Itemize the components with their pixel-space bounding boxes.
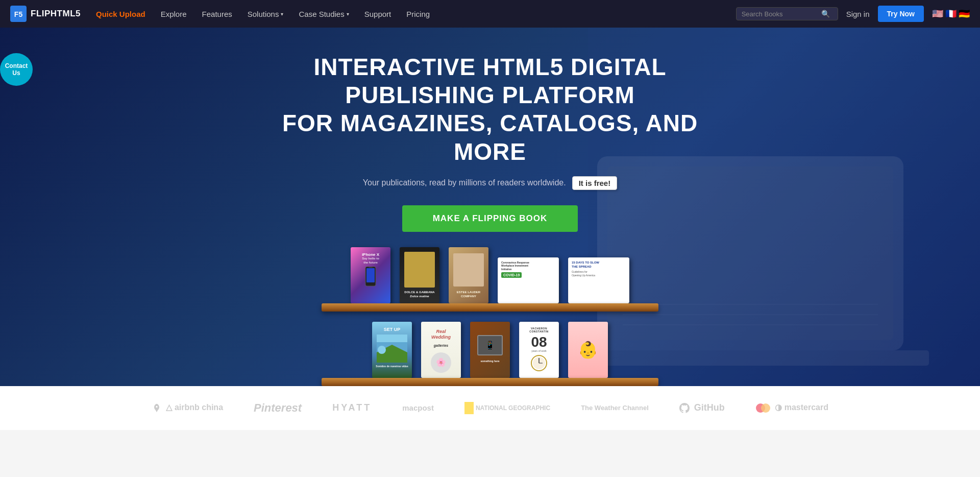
- book-covid[interactable]: Coronavirus ResponseWorkplace Investment…: [498, 257, 559, 303]
- navbar: F5 FLIPHTML5 Quick Upload Explore Featur…: [0, 0, 980, 28]
- shelf-1-plank: [322, 303, 658, 312]
- book-15-days[interactable]: 15 DAYS TO SLOWTHE SPREAD Guidelines for…: [568, 257, 629, 303]
- make-flipping-book-button[interactable]: MAKE A FLIPPING BOOK: [402, 205, 578, 232]
- svg-rect-10: [369, 267, 373, 268]
- book-tech[interactable]: 📱 something here: [470, 322, 510, 378]
- nav-explore[interactable]: Explore: [161, 10, 187, 18]
- flag-us[interactable]: 🇺🇸: [932, 8, 943, 19]
- book-estee-lauder[interactable]: ESTEE LAUDERCOMPANY: [449, 247, 488, 303]
- brand-name: FLIPHTML5: [31, 9, 81, 19]
- nav-pricing[interactable]: Pricing: [406, 10, 430, 18]
- flag-fr[interactable]: 🇫🇷: [945, 8, 957, 19]
- nav-links: Quick Upload Explore Features Solutions …: [96, 10, 736, 18]
- brand-hyatt: HYATT: [332, 402, 372, 413]
- shelf-2: SET UP Sonidos de nuestras vidas: [322, 322, 658, 386]
- try-now-button[interactable]: Try Now: [878, 6, 924, 22]
- shelf-2-books: SET UP Sonidos de nuestras vidas: [362, 322, 618, 378]
- contact-us-button[interactable]: Contact Us: [0, 53, 33, 86]
- brand-github: GitHub: [679, 402, 725, 413]
- book-dolce-gabbana[interactable]: DOLCE & GABBANADolce matine: [400, 247, 439, 303]
- hero-title: INTERACTIVE HTML5 DIGITAL PUBLISHING PLA…: [260, 53, 720, 166]
- brand-airbnb: △ airbnb china: [152, 402, 223, 413]
- hero-subtitle: Your publications, read by millions of r…: [363, 176, 617, 190]
- nav-support[interactable]: Support: [364, 10, 391, 18]
- shelf-1: iPhone X Say hello to the future: [322, 247, 658, 312]
- search-input[interactable]: [742, 10, 818, 18]
- book-real-wedding[interactable]: RealWedding galleries 🌸: [421, 322, 461, 378]
- nav-quick-upload[interactable]: Quick Upload: [96, 10, 145, 18]
- nav-solutions[interactable]: Solutions ▾: [248, 10, 284, 18]
- signin-link[interactable]: Sign in: [846, 10, 870, 18]
- shelf-1-books: iPhone X Say hello to the future: [340, 247, 640, 303]
- brand-logo[interactable]: F5 FLIPHTML5: [10, 6, 81, 22]
- nav-features[interactable]: Features: [202, 10, 232, 18]
- search-icon[interactable]: 🔍: [821, 10, 830, 18]
- solutions-dropdown-arrow: ▾: [281, 11, 283, 17]
- hero-section: Contact Us INTERACTIVE HTML5 DIGITAL PUB…: [0, 28, 980, 386]
- free-badge: It is free!: [572, 176, 618, 190]
- book-setup[interactable]: SET UP Sonidos de nuestras vidas: [372, 322, 412, 378]
- bookshelf-section: iPhone X Say hello to the future: [0, 247, 980, 386]
- shelf-2-plank: [322, 378, 658, 386]
- brands-section: △ airbnb china Pinterest HYATT macpost N…: [0, 386, 980, 430]
- language-flags: 🇺🇸 🇫🇷 🇩🇪: [932, 8, 970, 19]
- brand-weather-channel: The Weather Channel: [581, 404, 649, 412]
- brand-mastercard: ◑ mastercard: [755, 402, 828, 413]
- book-iphone[interactable]: iPhone X Say hello to the future: [351, 247, 390, 303]
- nav-case-studies[interactable]: Case Studies ▾: [299, 10, 349, 18]
- svg-point-13: [378, 346, 386, 354]
- svg-text:F5: F5: [14, 10, 23, 18]
- book-baby[interactable]: 👶: [568, 322, 608, 378]
- navbar-right: 🔍 Sign in Try Now 🇺🇸 🇫🇷 🇩🇪: [736, 6, 970, 22]
- search-box[interactable]: 🔍: [736, 7, 838, 20]
- svg-rect-9: [366, 268, 375, 282]
- svg-point-19: [761, 403, 770, 413]
- brand-macpost: macpost: [402, 403, 434, 412]
- flag-de[interactable]: 🇩🇪: [959, 8, 970, 19]
- brand-pinterest: Pinterest: [254, 401, 302, 415]
- fliphtml5-logo-icon: F5: [10, 6, 27, 22]
- brand-national-geographic: NATIONAL GEOGRAPHIC: [464, 402, 550, 414]
- book-vacheron[interactable]: VACHERONCONSTANTIN 08 years of work: [519, 322, 559, 378]
- case-studies-dropdown-arrow: ▾: [347, 11, 349, 17]
